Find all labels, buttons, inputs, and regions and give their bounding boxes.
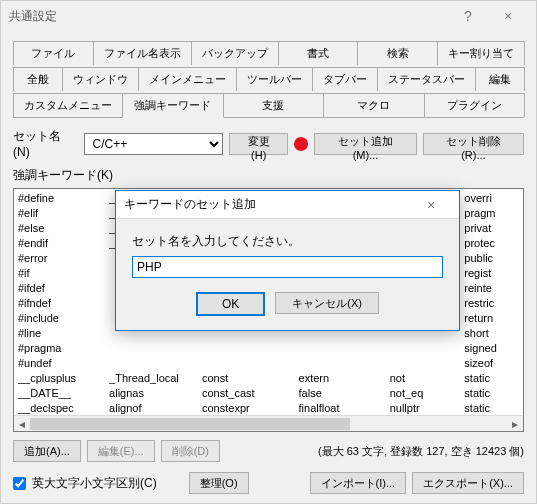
list-item[interactable]: false [299, 386, 390, 401]
list-item[interactable]: return [464, 311, 519, 326]
list-item[interactable]: finalfloat [299, 401, 390, 416]
list-item[interactable]: __DATE__ [18, 386, 109, 401]
modal-ok-button[interactable]: OK [196, 292, 265, 316]
tab-ファイル[interactable]: ファイル [13, 41, 94, 65]
list-item[interactable]: signed [464, 341, 519, 356]
list-item[interactable]: reinte [464, 281, 519, 296]
list-item[interactable]: public [464, 251, 519, 266]
list-item[interactable] [390, 341, 465, 356]
list-item[interactable]: #undef [18, 356, 109, 371]
list-item[interactable]: #ifdef [18, 281, 109, 296]
tab-ツールバー[interactable]: ツールバー [236, 67, 313, 91]
help-icon[interactable]: ? [448, 8, 488, 24]
list-item[interactable]: #line [18, 326, 109, 341]
list-item[interactable]: not_eq [390, 386, 465, 401]
list-item[interactable]: friend [299, 431, 390, 432]
list-item[interactable]: __declspec [18, 401, 109, 416]
list-item[interactable]: nullptr [390, 401, 465, 416]
list-item[interactable] [202, 341, 299, 356]
list-item[interactable]: extern [299, 371, 390, 386]
list-item[interactable]: #pragma [18, 341, 109, 356]
tab-バックアップ[interactable]: バックアップ [191, 41, 279, 65]
list-item[interactable] [299, 356, 390, 371]
list-item[interactable]: overri [464, 191, 519, 206]
list-item[interactable]: constexpr [202, 401, 299, 416]
scrollbar-thumb[interactable] [30, 418, 350, 430]
tab-書式[interactable]: 書式 [278, 41, 359, 65]
list-item[interactable]: decltypedefault [202, 431, 299, 432]
list-item[interactable] [299, 341, 390, 356]
list-item[interactable]: #ifndef [18, 296, 109, 311]
list-item[interactable]: const_cast [202, 386, 299, 401]
tab-ファイル名表示[interactable]: ファイル名表示 [93, 41, 192, 65]
record-indicator-icon [294, 137, 308, 151]
tab-メインメニュー[interactable]: メインメニュー [138, 67, 237, 91]
list-item[interactable]: static [464, 401, 519, 416]
set-row: セット名(N) C/C++ 変更(H) セット追加(M)... セット削除(R)… [13, 128, 524, 159]
list-item[interactable]: __cplusplus [18, 371, 109, 386]
set-add-button[interactable]: セット追加(M)... [314, 133, 416, 155]
list-item[interactable] [202, 356, 299, 371]
list-item[interactable]: privat [464, 221, 519, 236]
set-delete-button[interactable]: セット削除(R)... [423, 133, 524, 155]
list-item[interactable]: protec [464, 236, 519, 251]
import-button[interactable]: インポート(I)... [310, 472, 407, 494]
scroll-right-icon[interactable]: ▸ [507, 416, 523, 432]
list-item[interactable]: const [202, 371, 299, 386]
list-item[interactable]: static [464, 371, 519, 386]
horizontal-scrollbar[interactable]: ◂ ▸ [14, 415, 523, 431]
list-item[interactable]: or [390, 431, 465, 432]
tab-編集[interactable]: 編集 [475, 67, 525, 91]
list-item[interactable]: #define [18, 191, 109, 206]
list-item[interactable]: #error [18, 251, 109, 266]
list-item[interactable]: #endif [18, 236, 109, 251]
list-item[interactable]: regist [464, 266, 519, 281]
tab-ステータスバー[interactable]: ステータスバー [377, 67, 476, 91]
tab-マクロ[interactable]: マクロ [323, 93, 425, 117]
list-item[interactable]: alignas [109, 386, 202, 401]
list-item[interactable] [390, 356, 465, 371]
list-item[interactable]: not [390, 371, 465, 386]
modal-close-icon[interactable]: × [411, 197, 451, 213]
list-item[interactable]: switch [464, 431, 519, 432]
tab-キー割り当て[interactable]: キー割り当て [437, 41, 525, 65]
list-item[interactable]: _Thread_local [109, 371, 202, 386]
tab-カスタムメニュー[interactable]: カスタムメニュー [13, 93, 123, 117]
count-label: (最大 63 文字, 登録数 127, 空き 12423 個) [318, 444, 524, 459]
case-sensitive-label[interactable]: 英大文字小文字区別(C) [32, 475, 157, 492]
add-keyword-button[interactable]: 追加(A)... [13, 440, 81, 462]
list-item[interactable] [109, 341, 202, 356]
list-item[interactable] [109, 356, 202, 371]
list-item[interactable]: #elif [18, 206, 109, 221]
tab-プラグイン[interactable]: プラグイン [424, 93, 526, 117]
list-item[interactable]: #include [18, 311, 109, 326]
tab-タブバー[interactable]: タブバー [312, 67, 378, 91]
tab-強調キーワード[interactable]: 強調キーワード [122, 93, 224, 118]
tab-支援[interactable]: 支援 [223, 93, 325, 117]
scroll-left-icon[interactable]: ◂ [14, 416, 30, 432]
tab-全般[interactable]: 全般 [13, 67, 63, 91]
list-item[interactable]: short [464, 326, 519, 341]
delete-keyword-button[interactable]: 削除(D) [161, 440, 220, 462]
change-button[interactable]: 変更(H) [229, 133, 288, 155]
list-item[interactable]: and_eq [109, 431, 202, 432]
close-icon[interactable]: × [488, 8, 528, 24]
window-title: 共通設定 [9, 8, 448, 25]
list-item[interactable]: static [464, 386, 519, 401]
list-item[interactable]: #if [18, 266, 109, 281]
modal-cancel-button[interactable]: キャンセル(X) [275, 292, 379, 314]
set-name-input[interactable] [132, 256, 443, 278]
tab-ウィンドウ[interactable]: ウィンドウ [62, 67, 139, 91]
case-sensitive-checkbox[interactable] [13, 477, 26, 490]
edit-keyword-button[interactable]: 編集(E)... [87, 440, 155, 462]
list-item[interactable]: __func__ [18, 431, 109, 432]
tab-検索[interactable]: 検索 [357, 41, 438, 65]
list-item[interactable]: restric [464, 296, 519, 311]
export-button[interactable]: エクスポート(X)... [412, 472, 524, 494]
list-item[interactable]: sizeof [464, 356, 519, 371]
list-item[interactable]: pragm [464, 206, 519, 221]
list-item[interactable]: alignof [109, 401, 202, 416]
list-item[interactable]: #else [18, 221, 109, 236]
organize-button[interactable]: 整理(O) [189, 472, 249, 494]
set-name-combo[interactable]: C/C++ [84, 133, 224, 155]
